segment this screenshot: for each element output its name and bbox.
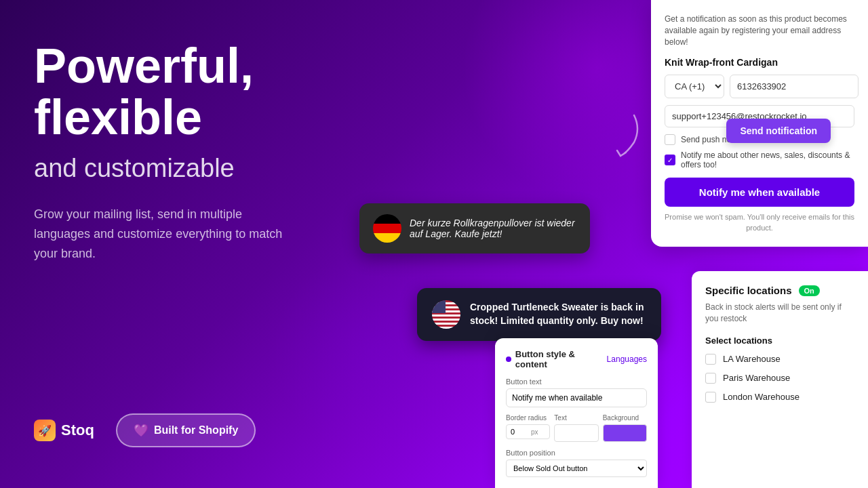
us-flag-icon xyxy=(432,300,460,329)
locations-card: Specific locations On Back in stock aler… xyxy=(692,271,868,488)
background-color-control: Background xyxy=(603,414,647,442)
german-notification-bubble: Der kurze Rollkragenpullover ist wieder … xyxy=(359,203,590,253)
stoq-icon: 🚀 xyxy=(34,420,56,441)
languages-link[interactable]: Languages xyxy=(607,354,647,364)
push-notification-checkbox[interactable] xyxy=(665,134,675,145)
style-controls-row: Border radius px Text Background xyxy=(506,414,647,442)
london-warehouse-checkbox[interactable] xyxy=(705,392,716,403)
english-bubble-text: Cropped Turtleneck Sweater is back in st… xyxy=(470,301,646,327)
paris-warehouse-checkbox[interactable] xyxy=(705,373,716,384)
location-item-london: London Warehouse xyxy=(705,392,854,403)
notify-when-available-button[interactable]: Notify me when available xyxy=(665,178,854,207)
newsletter-checkbox[interactable]: ✓ xyxy=(665,155,675,165)
locations-description: Back in stock alerts will be sent only i… xyxy=(705,302,854,325)
hero-title: Powerful, flexible xyxy=(34,41,346,143)
shopify-button-label: Built for Shopify xyxy=(154,424,238,436)
phone-row: CA (+1) xyxy=(665,75,854,98)
button-style-card: Button style & content Languages Button … xyxy=(495,338,658,488)
english-notification-bubble: Cropped Turtleneck Sweater is back in st… xyxy=(417,288,661,341)
stoq-logo: 🚀 Stoq xyxy=(34,420,94,441)
spam-notice: Promise we won't spam. You'll only recei… xyxy=(665,212,854,233)
la-warehouse-label: LA Warehouse xyxy=(723,354,781,364)
border-radius-control: Border radius px xyxy=(506,414,550,442)
newsletter-label: Notify me about other news, sales, disco… xyxy=(681,150,854,169)
product-name-label: Knit Wrap-front Cardigan xyxy=(665,57,854,68)
button-text-label: Button text xyxy=(506,378,647,386)
german-bubble-text: Der kurze Rollkragenpullover ist wieder … xyxy=(410,218,576,239)
card-dot-icon xyxy=(506,357,511,362)
german-flag-icon xyxy=(373,214,401,243)
phone-number-input[interactable] xyxy=(730,75,859,98)
london-warehouse-label: London Warehouse xyxy=(723,392,800,402)
send-notification-button[interactable]: Send notification xyxy=(726,119,831,143)
card-header-title: Button style & content xyxy=(506,349,607,369)
background-color-swatch[interactable] xyxy=(603,424,647,442)
stoq-brand-name: Stoq xyxy=(61,422,94,439)
location-item-la: LA Warehouse xyxy=(705,354,854,365)
locations-title: Specific locations xyxy=(705,285,792,296)
hero-subtitle: and customizable xyxy=(34,154,346,183)
heart-icon: 💜 xyxy=(134,423,149,438)
border-radius-label: Border radius xyxy=(506,414,550,422)
border-radius-unit: px xyxy=(531,428,538,436)
select-locations-label: Select locations xyxy=(705,336,854,346)
paris-warehouse-label: Paris Warehouse xyxy=(723,373,790,383)
newsletter-row: ✓ Notify me about other news, sales, dis… xyxy=(665,150,854,169)
background-color-label: Background xyxy=(603,414,647,422)
button-position-select[interactable]: Below Sold Out button xyxy=(506,460,647,477)
locations-status-badge: On xyxy=(799,285,820,296)
hero-description: Grow your mailing list, send in multiple… xyxy=(34,205,292,263)
button-text-input[interactable] xyxy=(506,388,647,407)
button-position-label: Button position xyxy=(506,449,647,457)
border-radius-input[interactable]: px xyxy=(506,424,550,439)
text-color-swatch[interactable] xyxy=(554,424,598,442)
arrow-icon xyxy=(604,108,644,163)
text-color-control: Text xyxy=(554,414,598,442)
card-header: Button style & content Languages xyxy=(506,349,647,369)
text-color-label: Text xyxy=(554,414,598,422)
hero-section: Powerful, flexible and customizable Grow… xyxy=(0,0,380,488)
locations-header: Specific locations On xyxy=(705,285,854,296)
border-radius-value[interactable] xyxy=(511,428,530,436)
notification-description: Get a notification as soon as this produ… xyxy=(665,14,854,47)
phone-country-select[interactable]: CA (+1) xyxy=(665,75,724,98)
location-item-paris: Paris Warehouse xyxy=(705,373,854,384)
shopify-button[interactable]: 💜 Built for Shopify xyxy=(116,413,256,447)
la-warehouse-checkbox[interactable] xyxy=(705,354,716,365)
